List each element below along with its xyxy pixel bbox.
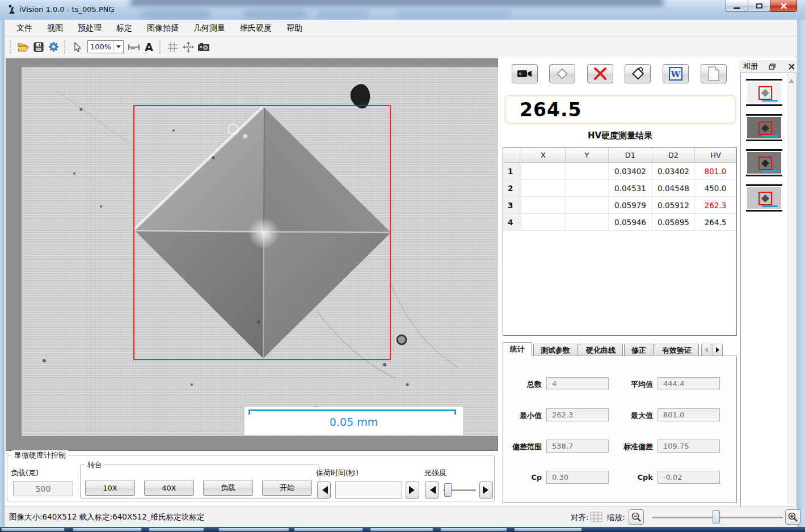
tab-test-parameters[interactable]: 测试参数 [533,344,578,356]
cell-d2: 0.05895 [652,214,695,231]
menu-image-capture[interactable]: 图像拍摄 [140,20,186,36]
tab-hardening-curve[interactable]: 硬化曲线 [579,344,623,356]
zoom-out-icon [631,512,642,522]
arrow-left-icon [426,486,436,494]
menu-calibration[interactable]: 标定 [109,20,140,36]
taskbar-button[interactable] [1,527,65,531]
auto-measure-button[interactable] [625,64,651,83]
toolbar-handle[interactable] [10,40,12,54]
dwell-time-input[interactable] [335,482,402,499]
stat-mean-value[interactable]: 444.4 [658,377,720,390]
objective-40x-button[interactable]: 40X [144,480,194,496]
stat-max-label: 最大值 [602,411,653,421]
close-button[interactable] [770,0,797,12]
save-button[interactable] [31,39,46,54]
light-increase-button[interactable] [479,482,493,499]
grid-overlay-button[interactable] [165,39,180,54]
zoom-level-combobox[interactable]: 100% [87,40,124,53]
indentation-render [22,67,498,436]
dwell-increase-button[interactable] [406,482,419,499]
album-float-button[interactable] [769,64,776,70]
light-slider-thumb[interactable] [444,483,452,497]
delete-result-button[interactable] [587,64,613,83]
stat-min-value[interactable]: 262.3 [546,408,609,421]
new-report-button[interactable] [701,64,727,83]
taskbar-button[interactable] [294,527,363,531]
stat-total-value[interactable]: 4 [546,377,609,390]
taskbar-button[interactable] [149,527,204,531]
objective-10x-button[interactable]: 10X [85,480,135,496]
taskbar-button[interactable] [370,527,433,531]
zoom-out-button[interactable] [629,509,644,525]
album-close-button[interactable] [789,64,795,70]
zoom-in-button[interactable] [785,509,800,525]
thumbnail-selection [758,192,772,205]
stat-cpk-value[interactable]: -0.02 [658,471,720,484]
thumbnail-scalebar [762,205,778,207]
cell-d2: 0.03402 [652,163,695,180]
taskbar-button[interactable] [218,527,289,531]
menu-geometry-measure[interactable]: 几何测量 [186,20,233,36]
video-camera-icon [517,69,533,79]
measure-ruler-button[interactable] [126,39,141,54]
combobox-dropdown[interactable] [113,41,123,53]
tab-scroll-left-button[interactable] [701,344,711,356]
menu-file[interactable]: 文件 [9,20,40,36]
album-thumbnail[interactable] [746,149,782,176]
menu-vickers-hardness[interactable]: 维氏硬度 [233,20,279,36]
taskbar-button[interactable] [514,527,582,531]
menu-preprocess[interactable]: 预处理 [70,20,109,36]
tab-statistics[interactable]: 统计 [503,342,532,356]
stat-stddev-value[interactable]: 109.75 [658,440,720,453]
tab-correction[interactable]: 修正 [624,344,654,356]
album-thumbnail[interactable] [746,184,782,212]
album-thumbnail[interactable] [746,79,782,106]
titlebar-glass-blur [130,0,664,6]
live-video-button[interactable] [512,64,538,83]
minimize-button[interactable] [726,0,748,12]
album-thumbnail[interactable] [746,114,782,141]
stat-range-value[interactable]: 538.7 [546,440,609,453]
titlebar-glass-blur [244,10,306,18]
cell-y [566,180,609,197]
settings-button[interactable] [46,39,61,54]
hand-diamond-icon [630,66,646,81]
tab-validation[interactable]: 有效验证 [655,344,699,356]
open-file-button[interactable] [15,39,31,54]
toolbar-handle[interactable] [159,40,162,54]
cell-d1: 0.05979 [609,197,652,214]
light-decrease-button[interactable] [425,482,439,499]
stat-max-value[interactable]: 801.0 [658,408,720,421]
center-crosshair-button[interactable] [180,39,196,54]
camera-capture-button[interactable] [196,39,211,54]
load-input[interactable]: 500 [13,482,73,496]
restore-button[interactable] [748,0,770,12]
start-button[interactable]: 开始 [262,480,312,496]
load-position-button[interactable]: 负载 [203,480,253,496]
titlebar[interactable]: iVision 1.0.0 - ts_005.PNG [0,0,805,20]
toolbar-handle[interactable] [64,40,67,54]
select-cursor-button[interactable] [70,39,85,54]
table-row[interactable]: 4 0.05946 0.05895 264.5 [503,214,736,231]
table-row[interactable]: 1 0.03402 0.03402 801.0 [503,163,736,180]
export-word-button[interactable]: W [663,64,689,83]
text-annotation-button[interactable]: A [141,39,157,54]
table-row[interactable]: 2 0.04531 0.04548 450.0 [503,180,736,197]
grid-icon [167,41,179,53]
menu-view[interactable]: 视图 [40,20,70,36]
header-x: X [521,148,566,162]
menu-help[interactable]: 帮助 [279,20,310,36]
row-number: 3 [503,197,521,214]
taskbar-button[interactable] [73,527,142,531]
taskbar-button[interactable] [440,527,507,531]
tab-scroll-right-button[interactable] [713,344,723,356]
album-scrollbar[interactable] [787,74,795,521]
measure-indent-button[interactable] [549,64,575,83]
table-row[interactable]: 3 0.05979 0.05912 262.3 [503,197,736,214]
specimen-image[interactable]: 0.05 mm [22,67,498,436]
align-grid-icon[interactable] [590,512,602,523]
dwell-decrease-button[interactable] [317,482,331,499]
zoom-slider-thumb[interactable] [713,510,720,523]
stat-total-label: 总数 [491,379,542,390]
stat-cp-value[interactable]: 0.30 [546,471,609,484]
